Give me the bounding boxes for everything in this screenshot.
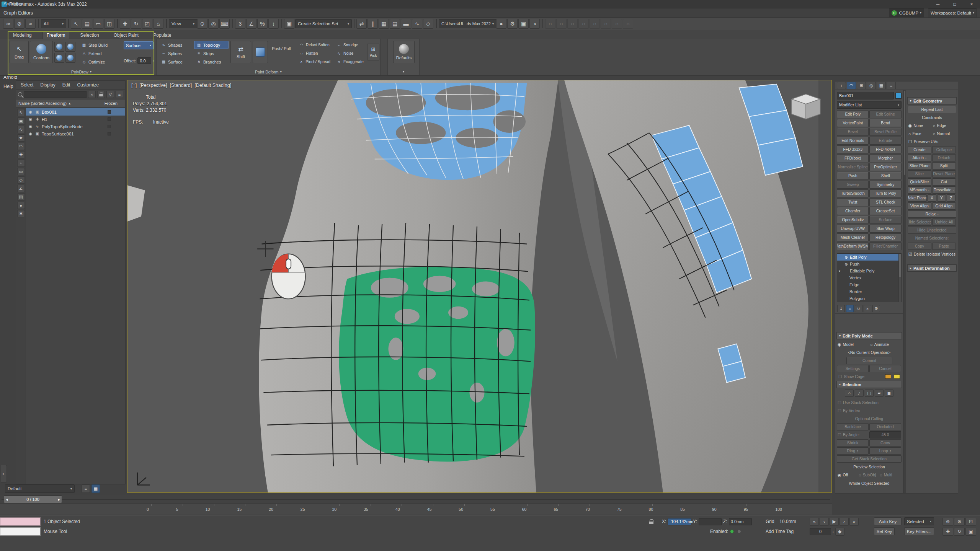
display-tab-icon[interactable]: ▦	[877, 82, 886, 89]
edit-named-selection-sets-icon[interactable]: ▣	[284, 19, 294, 29]
modifier-button[interactable]: Unwrap UVW	[837, 225, 869, 233]
close-button[interactable]: ×	[963, 0, 980, 8]
maxscript-mini-listener-input[interactable]	[0, 527, 41, 536]
edit-geometry-control[interactable]: Detach	[932, 154, 956, 161]
select-and-place-icon[interactable]: ⌂	[153, 19, 163, 29]
scene-explorer-menu[interactable]: Select	[18, 82, 36, 88]
modifier-button[interactable]: Bend	[869, 119, 901, 127]
display-shapes-icon[interactable]: ∿	[17, 126, 25, 133]
clear-search-icon[interactable]: ×	[88, 91, 96, 98]
edge-icon[interactable]: ∕	[855, 390, 864, 397]
selection-control[interactable]: Backface	[837, 423, 869, 430]
conform-scale-brush-icon[interactable]	[54, 53, 64, 63]
modifier-button[interactable]: Turn to Poly	[869, 189, 901, 197]
selection-control[interactable]: Optional Culling	[837, 415, 902, 422]
modifier-button[interactable]: Chamfer	[837, 207, 869, 215]
modifier-button[interactable]: Normalize Spline	[837, 163, 869, 171]
window-crossing-icon[interactable]: ◫	[104, 19, 114, 29]
edit-geometry-control[interactable]: QuickSlice	[908, 178, 931, 186]
conform-move-brush-icon[interactable]	[54, 42, 64, 52]
edit-geometry-control[interactable]: ○ Normal	[932, 130, 956, 137]
track-bar[interactable]: 0510152025303540455055606570758085909510…	[0, 504, 832, 515]
reference-coordinate-dropdown[interactable]: View ▾	[169, 19, 197, 28]
border-icon[interactable]: ▢	[865, 390, 874, 397]
edit-geometry-control[interactable]: Hide Selected	[908, 218, 931, 226]
modifier-visibility-icon[interactable]: ⊚	[844, 262, 849, 266]
frozen-checkbox[interactable]	[108, 117, 111, 121]
edit-poly-mode-control[interactable]: Commit	[846, 357, 892, 364]
show-cage-control[interactable]: ☐ Show Cage	[835, 373, 903, 380]
modifier-stack-row[interactable]: ▾ ⊚ Vertex	[837, 274, 901, 281]
set-key-button[interactable]: Set Key	[874, 527, 895, 535]
topology-button[interactable]: ▦ Topology	[194, 41, 229, 49]
modifier-button[interactable]: Bevel Profile	[869, 128, 901, 136]
modifier-button[interactable]: Surface	[869, 216, 901, 224]
use-pivot-center-icon[interactable]: ⊙	[197, 19, 207, 29]
drag-button[interactable]: ↖ Drag	[10, 41, 29, 63]
edit-geometry-control[interactable]: X	[928, 194, 936, 202]
edit-geometry-control[interactable]: Unhide All	[932, 218, 956, 226]
selection-control[interactable]: Loop	[869, 447, 901, 455]
selection-region-icon[interactable]: ▭	[93, 19, 103, 29]
frame-spinner-icon[interactable]: ↕	[832, 530, 834, 533]
edit-geometry-control[interactable]: ○ Edge	[932, 122, 956, 129]
layer-explorer-icon[interactable]: ≡	[82, 484, 90, 493]
inactive-tool-icon[interactable]: ○	[590, 19, 600, 29]
ribbon-tab[interactable]: Freeform	[42, 31, 70, 39]
conform-relax-brush-icon[interactable]	[65, 53, 75, 63]
scene-object-row[interactable]: ◉ ▣ TopoSurface001	[26, 130, 125, 137]
scene-explorer-shortcut-icon[interactable]: ▦	[91, 484, 100, 493]
inactive-tool-icon[interactable]: ○	[601, 19, 611, 29]
show-end-result-icon[interactable]: ≡	[846, 305, 854, 312]
next-frame-icon[interactable]: ›	[840, 518, 849, 526]
smudge-button[interactable]: ∽ Smudge	[334, 41, 366, 49]
angle-snap-icon[interactable]: ∠	[246, 19, 256, 29]
cage-selected-color-swatch[interactable]	[894, 374, 900, 379]
edit-geometry-control[interactable]: Attach	[908, 154, 931, 161]
modifier-button[interactable]: Bevel	[837, 128, 869, 136]
display-helpers-icon[interactable]: ✚	[17, 151, 25, 158]
surface-button[interactable]: ▦ Surface	[159, 58, 193, 66]
time-slider-handle[interactable]: ◂ 0 / 100 ▸	[4, 496, 62, 503]
modifier-button[interactable]: TurboSmooth	[837, 189, 869, 197]
optimize-button[interactable]: ◇ Optimize	[79, 58, 122, 66]
name-column-header[interactable]: Name (Sorted Ascending)	[18, 101, 67, 106]
strips-button[interactable]: ≡ Strips	[194, 49, 229, 57]
pick-button[interactable]: ⊞ Pick	[367, 44, 379, 60]
selection-filter-dropdown[interactable]: All ▾	[41, 19, 66, 28]
modifier-list-dropdown[interactable]: Modifier List ▾	[837, 101, 902, 109]
push-pull-button[interactable]	[253, 41, 268, 63]
scene-explorer-menu[interactable]: Edit	[59, 82, 74, 88]
defaults-button[interactable]: Defaults	[393, 41, 415, 63]
bind-to-space-warp-icon[interactable]: ≈	[25, 19, 36, 29]
viewport-label-segment[interactable]: [+]	[131, 83, 137, 88]
visibility-icon[interactable]: ◉	[28, 117, 33, 121]
display-containers-icon[interactable]: ▤	[17, 193, 25, 201]
visibility-icon[interactable]: ◉	[28, 132, 33, 136]
selection-control[interactable]: ☐ Use Stack Selection	[837, 399, 902, 406]
schematic-view-icon[interactable]: ◇	[423, 19, 433, 29]
edit-geometry-control[interactable]: Tessellate	[932, 186, 956, 194]
add-time-tag[interactable]: Add Time Tag	[766, 527, 794, 536]
edit-geometry-control[interactable]: View Align	[908, 202, 931, 210]
inactive-tool-icon[interactable]: ○	[612, 19, 622, 29]
account-menu[interactable]: C CGBUMP ▾	[889, 8, 924, 18]
create-tab-icon[interactable]: +	[837, 82, 846, 89]
maximize-button[interactable]: □	[946, 0, 963, 8]
flatten-button[interactable]: ▭ Flatten	[297, 49, 333, 57]
modifier-button[interactable]: CreaseSet	[869, 207, 901, 215]
selection-control[interactable]: ◉ Off	[837, 471, 857, 479]
selection-control[interactable]: ○ SubObj	[858, 471, 878, 479]
next-key-icon[interactable]: ▸	[58, 497, 60, 502]
frozen-checkbox[interactable]	[108, 110, 111, 114]
defaults-panel-label[interactable]: ▾	[388, 69, 419, 75]
selection-lock-icon[interactable]	[649, 519, 653, 524]
spinner-arrows-icon[interactable]: ↕	[153, 59, 155, 63]
select-object-icon[interactable]: ↖	[71, 19, 81, 29]
edit-geometry-control[interactable]: Constraints	[908, 114, 956, 121]
ribbon-tab[interactable]: Modeling	[9, 32, 36, 39]
zoom-icon[interactable]: ⊕	[942, 518, 953, 526]
select-by-name-icon[interactable]: ▤	[82, 19, 92, 29]
select-and-link-icon[interactable]: ∞	[3, 19, 13, 29]
mirror-icon[interactable]: ⇄	[356, 19, 367, 29]
